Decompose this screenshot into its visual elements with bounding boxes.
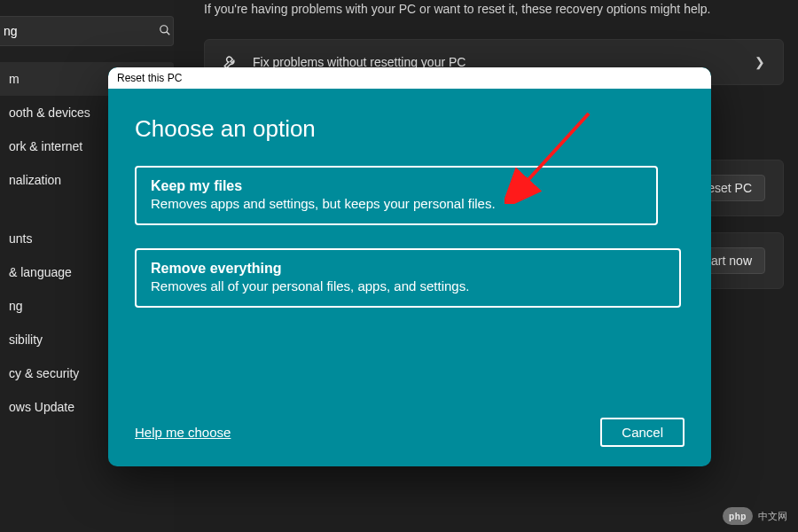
option-keep-my-files[interactable]: Keep my files Removes apps and settings,…: [135, 166, 658, 225]
svg-point-0: [160, 25, 168, 32]
sidebar-item-label: & language: [9, 265, 72, 279]
dialog-body: Choose an option Keep my files Removes a…: [108, 89, 711, 466]
dialog-titlebar-text: Reset this PC: [117, 72, 182, 84]
reset-pc-dialog: Reset this PC Choose an option Keep my f…: [108, 67, 711, 466]
option-desc: Removes apps and settings, but keeps you…: [151, 196, 642, 211]
chevron-right-icon: ❯: [755, 55, 765, 69]
app-root: { "search": { "value": "ng", "placeholde…: [0, 0, 798, 532]
dialog-heading: Choose an option: [135, 115, 685, 143]
sidebar-item-label: m: [9, 72, 20, 86]
dialog-footer: Help me choose Cancel: [135, 418, 685, 447]
sidebar-item-label: cy & security: [9, 366, 79, 380]
help-me-choose-link[interactable]: Help me choose: [135, 425, 231, 440]
recovery-hint: If you're having problems with your PC o…: [204, 0, 784, 18]
option-title: Keep my files: [151, 178, 642, 194]
search-box[interactable]: [0, 16, 174, 46]
search-input[interactable]: [0, 24, 159, 38]
dialog-titlebar: Reset this PC: [108, 67, 711, 89]
svg-line-1: [167, 31, 170, 35]
sidebar-item-label: ows Update: [9, 400, 74, 414]
option-remove-everything[interactable]: Remove everything Removes all of your pe…: [135, 248, 681, 308]
sidebar-item-label: nalization: [9, 173, 61, 187]
option-title: Remove everything: [151, 261, 665, 277]
sidebar-item-label: ork & internet: [9, 139, 82, 153]
watermark-text: 中文网: [758, 510, 787, 523]
cancel-button[interactable]: Cancel: [600, 418, 685, 447]
watermark-logo: php: [723, 507, 753, 525]
sidebar-item-label: ooth & devices: [9, 106, 90, 120]
option-desc: Removes all of your personal files, apps…: [151, 278, 665, 293]
sidebar-item-label: ng: [9, 299, 23, 313]
sidebar-item-label: unts: [9, 231, 32, 246]
watermark: php 中文网: [723, 507, 787, 525]
search-icon: [159, 24, 171, 39]
sidebar-item-label: sibility: [9, 332, 43, 347]
